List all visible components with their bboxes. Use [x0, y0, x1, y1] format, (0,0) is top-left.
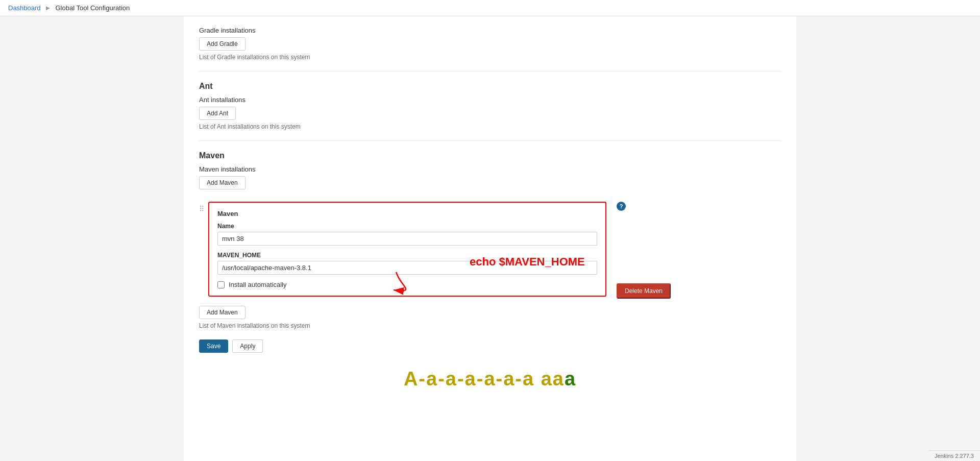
maven-description: List of Maven installations on this syst… — [199, 322, 781, 329]
add-maven-button-top[interactable]: Add Maven — [199, 176, 246, 189]
maven-section: Maven Maven installations Add Maven ⠿ Ma… — [199, 151, 781, 353]
status-bar: Jenkins 2.277.3 — [928, 450, 980, 461]
maven-item-box: Maven Name MAVEN_HOME — [208, 202, 606, 297]
gradle-description: List of Gradle installations on this sys… — [199, 54, 781, 61]
install-auto-label[interactable]: Install automatically — [229, 281, 286, 288]
maven-installations-label: Maven installations — [199, 165, 781, 173]
divider-2 — [199, 140, 781, 141]
add-gradle-button[interactable]: Add Gradle — [199, 37, 246, 51]
ant-section: Ant Ant installations Add Ant List of An… — [199, 82, 781, 130]
jenkins-version: Jenkins 2.277.3 — [935, 453, 974, 459]
maven-item-title-row: Maven — [217, 210, 597, 217]
ant-title: Ant — [199, 82, 781, 91]
help-icon[interactable]: ? — [617, 202, 626, 211]
save-button[interactable]: Save — [199, 339, 228, 353]
bottom-buttons: Save Apply — [199, 339, 781, 353]
apply-button[interactable]: Apply — [232, 339, 263, 353]
top-bar: Dashboard ► Global Tool Configuration — [0, 0, 980, 16]
gradle-installations-label: Gradle installations — [199, 27, 781, 34]
animated-text-green: a — [565, 368, 576, 390]
breadcrumb-separator: ► — [45, 4, 52, 12]
maven-name-group: Name — [217, 223, 597, 246]
maven-item-title: Maven — [217, 210, 238, 217]
install-auto-row: Install automatically — [217, 281, 597, 288]
maven-name-input[interactable] — [217, 232, 597, 246]
add-maven-button-bottom[interactable]: Add Maven — [199, 306, 246, 319]
divider-1 — [199, 71, 781, 71]
animated-text-yellow: A-a-a-a-a-a-a aa — [404, 368, 565, 390]
ant-description: List of Ant installations on this system — [199, 123, 781, 130]
maven-name-label: Name — [217, 223, 597, 230]
install-auto-checkbox[interactable] — [217, 281, 225, 288]
maven-bottom-area: Add Maven List of Maven installations on… — [199, 306, 781, 329]
drag-handle: ⠿ — [199, 205, 204, 213]
maven-home-input[interactable] — [217, 261, 597, 275]
maven-title: Maven — [199, 151, 781, 160]
breadcrumb-home[interactable]: Dashboard — [8, 4, 41, 12]
delete-maven-button[interactable]: Delete Maven — [617, 283, 671, 299]
maven-item-actions: ? Delete Maven — [617, 197, 671, 299]
maven-home-group: MAVEN_HOME — [217, 252, 597, 275]
breadcrumb-current: Global Tool Configuration — [55, 4, 130, 12]
animated-text: A-a-a-a-a-a-a aaa — [199, 368, 781, 390]
maven-home-label: MAVEN_HOME — [217, 252, 597, 259]
add-ant-button[interactable]: Add Ant — [199, 107, 236, 120]
ant-installations-label: Ant installations — [199, 96, 781, 104]
main-content: Gradle installations Add Gradle List of … — [184, 16, 796, 461]
gradle-section: Gradle installations Add Gradle List of … — [199, 27, 781, 61]
